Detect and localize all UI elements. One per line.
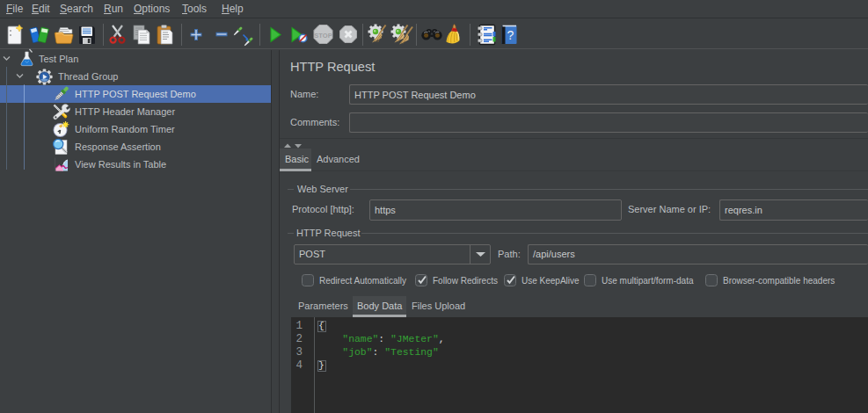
svg-text:?: ? — [507, 28, 514, 42]
svg-text:STOP: STOP — [314, 32, 332, 40]
